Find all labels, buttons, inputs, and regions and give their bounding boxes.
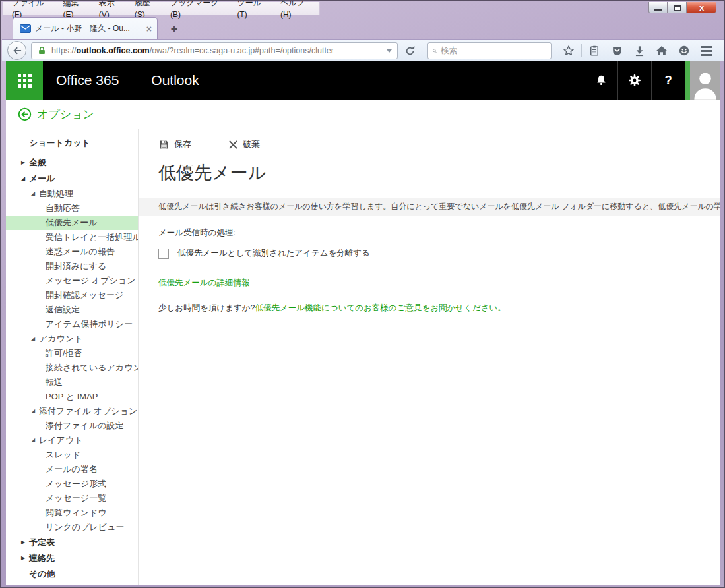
sidebar-item[interactable]: 返信設定 bbox=[6, 303, 138, 317]
toolbar-separator bbox=[581, 44, 582, 57]
sidebar-item[interactable]: ◢ レイアウト bbox=[6, 433, 138, 448]
bookmark-star-button[interactable] bbox=[557, 42, 580, 60]
sidebar-item-label: 添付ファイルの設定 bbox=[46, 419, 124, 433]
sidebar-item[interactable]: 自動応答 bbox=[6, 201, 138, 216]
discard-button[interactable]: 破棄 bbox=[228, 138, 260, 150]
sidebar-item[interactable]: 接続されているアカウント bbox=[6, 361, 138, 375]
checkbox-label: 低優先メールとして識別されたアイテムを分離する bbox=[177, 248, 370, 259]
sidebar-item-label: アカウント bbox=[39, 332, 83, 346]
sidebar-item[interactable]: メールの署名 bbox=[6, 462, 138, 477]
lock-icon bbox=[37, 45, 47, 56]
new-tab-button[interactable]: + bbox=[164, 21, 184, 38]
sidebar-item[interactable]: ▶ 全般 bbox=[6, 155, 138, 171]
sidebar-item[interactable]: 迷惑メールの報告 bbox=[6, 245, 138, 259]
sidebar-item[interactable]: 転送 bbox=[6, 375, 138, 390]
sidebar-item-label: スレッド bbox=[46, 448, 80, 462]
menu-item[interactable]: ブックマーク(B) bbox=[165, 0, 232, 20]
back-circle-icon[interactable] bbox=[18, 107, 32, 121]
window-controls: x bbox=[648, 2, 716, 13]
minimize-button[interactable] bbox=[648, 2, 668, 13]
search-box[interactable] bbox=[427, 42, 552, 59]
app-launcher-button[interactable] bbox=[6, 61, 43, 100]
clutter-settings-panel: 保存 破棄 低優先メール 低優先メールは引き続きお客様のメールの使い方を学習しま… bbox=[138, 129, 720, 585]
sidebar-item-label: 迷惑メールの報告 bbox=[46, 245, 115, 259]
feedback-line: 少しお時間を頂けますか?低優先メール機能についてのお客様のご意見をお聞かせくださ… bbox=[158, 303, 720, 314]
reload-button[interactable] bbox=[402, 43, 418, 59]
sidebar-item[interactable]: メッセージ形式 bbox=[6, 477, 138, 491]
menu-button[interactable] bbox=[695, 42, 718, 60]
sidebar-item[interactable]: POP と IMAP bbox=[6, 390, 138, 404]
sidebar-item[interactable]: 低優先メール bbox=[6, 216, 138, 230]
sidebar-item-label: レイアウト bbox=[39, 433, 83, 448]
save-button[interactable]: 保存 bbox=[158, 138, 191, 150]
sidebar-item[interactable]: ◢ メール bbox=[6, 171, 138, 187]
sidebar-item[interactable]: ◢ 添付ファイル オプション bbox=[6, 404, 138, 419]
sidebar-item[interactable]: 受信トレイと一括処理ルール bbox=[6, 230, 138, 245]
sidebar-item-label: 受信トレイと一括処理ルール bbox=[46, 230, 138, 245]
sidebar-item[interactable]: スレッド bbox=[6, 448, 138, 462]
sidebar-item[interactable]: その他 bbox=[6, 566, 138, 582]
sidebar-item-label: 接続されているアカウント bbox=[46, 361, 138, 375]
app-title: Outlook bbox=[151, 61, 199, 100]
waffle-icon bbox=[18, 74, 32, 88]
search-input[interactable] bbox=[441, 46, 547, 55]
tree-toggle-icon: ▶ bbox=[21, 535, 29, 550]
menu-item[interactable]: ツール(T) bbox=[232, 0, 275, 20]
section-label: メール受信時の処理: bbox=[158, 227, 720, 239]
sidebar-item[interactable]: ◢ 自動処理 bbox=[6, 187, 138, 201]
header-actions: ? bbox=[584, 61, 720, 100]
sidebar-item-label: メッセージ形式 bbox=[46, 477, 106, 491]
options-nav-tree: ▶ 全般 ◢ メール ◢ 自動処理 自動応答 bbox=[6, 155, 138, 582]
sidebar-item-label: 開封確認メッセージ bbox=[46, 288, 123, 303]
sidebar-item[interactable]: 開封確認メッセージ bbox=[6, 288, 138, 303]
url-bar[interactable]: https://outlook.office.com/owa/?realm=cc… bbox=[31, 42, 398, 59]
avatar[interactable] bbox=[690, 61, 720, 100]
learn-more-link[interactable]: 低優先メールの詳細情報 bbox=[158, 278, 249, 289]
tab-close-icon[interactable]: × bbox=[146, 24, 152, 34]
sidebar-item-label: 返信設定 bbox=[46, 303, 80, 317]
brand-title[interactable]: Office 365 bbox=[43, 61, 119, 100]
maximize-icon bbox=[674, 5, 681, 11]
sidebar-item[interactable]: 許可/拒否 bbox=[6, 346, 138, 361]
feedback-link[interactable]: 低優先メール機能についてのお客様のご意見をお聞かせください。 bbox=[255, 303, 506, 312]
help-button[interactable]: ? bbox=[651, 61, 685, 100]
sidebar-item[interactable]: アイテム保持ポリシー bbox=[6, 317, 138, 332]
sidebar-item[interactable]: メッセージ オプション bbox=[6, 274, 138, 288]
browser-tab[interactable]: メール - 小野 隆久 - Ou... × bbox=[13, 17, 158, 40]
tree-toggle-icon: ▶ bbox=[21, 550, 29, 566]
sidebar-item[interactable]: 開封済みにする bbox=[6, 259, 138, 274]
sidebar-item[interactable]: ▶ 予定表 bbox=[6, 535, 138, 550]
mail-favicon-icon bbox=[20, 24, 31, 33]
sidebar-item[interactable]: 閲覧ウィンドウ bbox=[6, 506, 138, 520]
close-button[interactable]: x bbox=[687, 2, 716, 13]
sidebar-item-label: 閲覧ウィンドウ bbox=[46, 506, 107, 520]
options-back-row: オプション bbox=[6, 100, 720, 129]
header-divider bbox=[135, 68, 135, 93]
save-floppy-icon bbox=[158, 139, 170, 150]
sidebar-item-label: 自動応答 bbox=[46, 201, 80, 216]
sidebar-item-label: その他 bbox=[29, 566, 55, 582]
sidebar-item[interactable]: ◢ アカウント bbox=[6, 332, 138, 346]
separate-clutter-checkbox[interactable] bbox=[158, 249, 169, 259]
pocket-button[interactable] bbox=[606, 42, 628, 60]
maximize-button[interactable] bbox=[668, 2, 687, 13]
downloads-button[interactable] bbox=[628, 42, 650, 60]
toolbar-icons bbox=[557, 42, 718, 60]
options-back-link[interactable]: オプション bbox=[37, 107, 94, 122]
star-icon bbox=[562, 44, 575, 57]
sidebar-item-label: 予定表 bbox=[29, 535, 55, 550]
sidebar-item[interactable]: リンクのプレビュー bbox=[6, 520, 138, 535]
sidebar-item[interactable]: メッセージ一覧 bbox=[6, 491, 138, 506]
notifications-button[interactable] bbox=[584, 61, 617, 100]
bookmarks-menu-button[interactable] bbox=[583, 42, 606, 60]
menu-item[interactable]: ヘルプ(H) bbox=[275, 0, 319, 20]
back-button[interactable] bbox=[7, 41, 26, 60]
save-label: 保存 bbox=[174, 138, 191, 150]
hello-smiley-button[interactable] bbox=[673, 42, 695, 60]
sidebar-item[interactable]: 添付ファイルの設定 bbox=[6, 419, 138, 433]
url-dropdown-button[interactable] bbox=[383, 44, 394, 57]
sidebar-item-label: POP と IMAP bbox=[46, 390, 98, 404]
sidebar-item[interactable]: ▶ 連絡先 bbox=[6, 550, 138, 566]
home-button[interactable] bbox=[650, 42, 673, 60]
settings-button[interactable] bbox=[617, 61, 651, 100]
